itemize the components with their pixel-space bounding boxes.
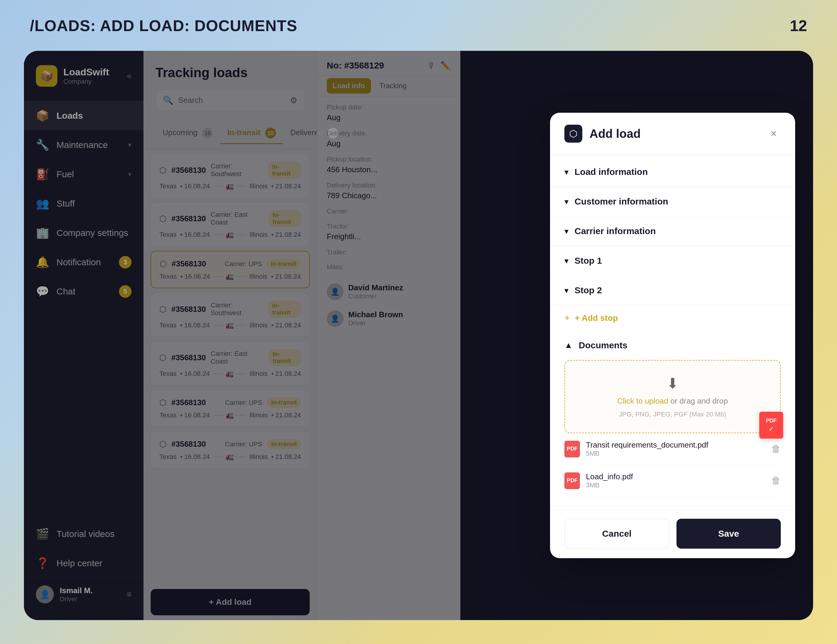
file-row-1: PDF Transit requirements_document.pdf 5M… <box>565 433 781 465</box>
file-row-2: PDF Load_info.pdf 3MB 🗑 <box>565 465 781 496</box>
file-delete-1[interactable]: 🗑 <box>771 444 781 455</box>
upload-text: Click to upload or drag and drop <box>617 396 728 406</box>
add-stop-icon: + <box>565 312 570 324</box>
accordion-load-information: ▾ Load information <box>550 157 795 187</box>
accordion-title-carrier-information: Carrier information <box>574 226 656 236</box>
accordion-documents: ▲ Documents ⬇ Click to upload or drag an… <box>550 331 795 506</box>
modal-body: ▾ Load information ▾ Customer informatio… <box>550 155 795 509</box>
add-load-modal: ⬡ Add load × ▾ Load information ▾ <box>550 113 795 558</box>
accordion-arrow-icon: ▾ <box>565 286 569 296</box>
page-number: 12 <box>790 17 807 34</box>
upload-zone[interactable]: ⬇ Click to upload or drag and drop JPG, … <box>565 360 781 433</box>
or-drag-drop-label: or drag and drop <box>668 396 728 406</box>
modal-overlay: ⬡ Add load × ▾ Load information ▾ <box>143 51 813 620</box>
add-stop-row[interactable]: + + Add stop <box>550 305 795 331</box>
cancel-button[interactable]: Cancel <box>565 519 669 549</box>
accordion-arrow-icon: ▾ <box>565 256 569 266</box>
main-container: 📦 LoadSwift Company « 📦 Loads 🔧 Maintena… <box>24 51 813 620</box>
upload-icon: ⬇ <box>666 375 679 392</box>
modal-cube-icon: ⬡ <box>565 125 582 143</box>
accordion-header-carrier-information[interactable]: ▾ Carrier information <box>550 217 795 246</box>
save-button[interactable]: Save <box>676 519 781 549</box>
accordion-arrow-icon: ▾ <box>565 226 569 236</box>
accordion-header-load-information[interactable]: ▾ Load information <box>550 157 795 187</box>
upload-hint: JPG, PNG, JPEG, PGF (Max 20 Mb) <box>619 411 726 418</box>
content-area: Tracking loads 🔍 ⚙ Upcoming 16 In-transi… <box>143 51 813 620</box>
close-button[interactable]: × <box>766 127 781 141</box>
file-icon-1: PDF <box>565 441 580 457</box>
file-info-2: Load_info.pdf 3MB <box>586 472 765 489</box>
accordion-arrow-up-icon: ▲ <box>565 340 573 350</box>
pdf-preview: PDF ✓ <box>759 412 783 439</box>
accordion-stop-1: ▾ Stop 1 <box>550 246 795 276</box>
file-name-1: Transit requirements_document.pdf <box>586 440 765 450</box>
accordion-header-customer-information[interactable]: ▾ Customer information <box>550 187 795 216</box>
file-delete-2[interactable]: 🗑 <box>771 475 781 486</box>
file-icon-2: PDF <box>565 472 580 489</box>
accordion-title-customer-information: Customer information <box>574 196 668 207</box>
accordion-header-stop-2[interactable]: ▾ Stop 2 <box>550 276 795 305</box>
accordion-stop-2: ▾ Stop 2 <box>550 276 795 305</box>
page-header: /LOADS: ADD LOAD: DOCUMENTS 12 <box>30 17 807 34</box>
add-stop-label: + Add stop <box>575 313 618 323</box>
file-name-2: Load_info.pdf <box>586 472 765 481</box>
pdf-checkmark-icon: ✓ <box>768 425 774 433</box>
accordion-customer-information: ▾ Customer information <box>550 187 795 217</box>
modal-header: ⬡ Add load × <box>550 113 795 155</box>
accordion-arrow-icon: ▾ <box>565 167 569 177</box>
modal-footer: Cancel Save <box>550 509 795 558</box>
accordion-title-stop-2: Stop 2 <box>574 285 602 296</box>
accordion-title-stop-1: Stop 1 <box>574 256 602 266</box>
accordion-arrow-icon: ▾ <box>565 197 569 207</box>
accordion-title-documents: Documents <box>579 340 627 350</box>
documents-content: ⬇ Click to upload or drag and drop JPG, … <box>550 360 795 506</box>
accordion-header-documents[interactable]: ▲ Documents <box>550 331 795 360</box>
accordion-title-load-information: Load information <box>574 167 648 177</box>
click-to-upload-link[interactable]: Click to upload <box>617 396 668 406</box>
file-size-2: 3MB <box>586 481 765 489</box>
pdf-label: PDF <box>766 418 776 424</box>
modal-title: Add load <box>589 127 759 141</box>
accordion-header-stop-1[interactable]: ▾ Stop 1 <box>550 246 795 275</box>
breadcrumb: /LOADS: ADD LOAD: DOCUMENTS <box>30 17 297 34</box>
accordion-carrier-information: ▾ Carrier information <box>550 217 795 246</box>
file-info-1: Transit requirements_document.pdf 5MB <box>586 440 765 457</box>
file-size-1: 5MB <box>586 450 765 457</box>
